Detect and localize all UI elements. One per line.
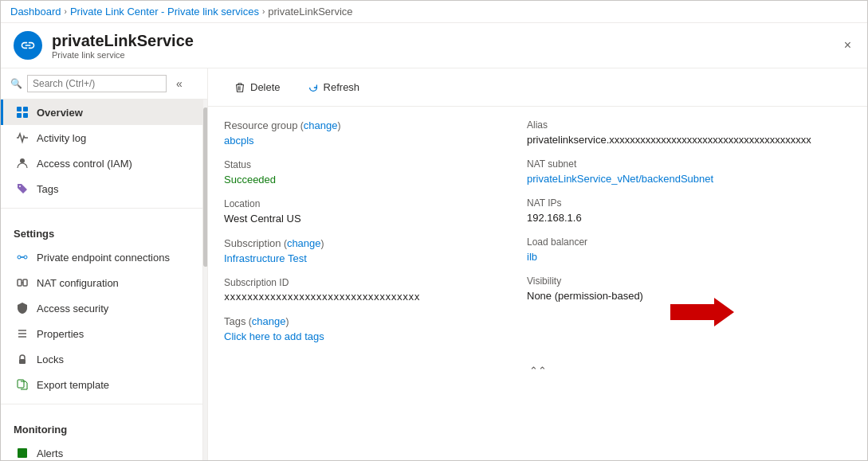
alerts-icon <box>16 447 29 459</box>
link-icon <box>20 37 36 53</box>
alias-value: privatelinkservice.xxxxxxxxxxxxxxxxxxxxx… <box>527 134 851 146</box>
sidebar-items: Overview Activity log <box>1 100 202 460</box>
svg-rect-9 <box>23 279 27 286</box>
page-title: privateLinkService <box>52 32 194 50</box>
sidebar-item-tags-label: Tags <box>37 183 58 195</box>
sidebar-divider-2 <box>1 404 202 404</box>
sidebar-search-container: 🔍 « <box>1 68 207 100</box>
sidebar: 🔍 « Overview <box>1 68 208 460</box>
refresh-label: Refresh <box>324 81 360 93</box>
tags-label-text: Tags <box>224 315 245 327</box>
sidebar-item-properties-label: Properties <box>37 328 84 340</box>
properties-icon <box>16 327 29 340</box>
chevron-up-icon: ⌃⌃ <box>529 365 547 377</box>
sidebar-item-properties[interactable]: Properties <box>1 321 202 346</box>
delete-icon <box>234 82 245 93</box>
nat-subnet-field: NAT subnet privateLinkService_vNet/backe… <box>527 158 851 185</box>
service-icon <box>14 31 42 60</box>
content-area: Delete Refresh Resource group <box>208 68 867 460</box>
settings-section-title: Settings <box>1 215 202 244</box>
status-field: Status Succeeded <box>224 159 527 186</box>
monitoring-section-title: Monitoring <box>1 411 202 440</box>
refresh-button[interactable]: Refresh <box>297 76 371 98</box>
tags-change-link[interactable]: change <box>252 315 286 327</box>
sidebar-item-security-label: Access security <box>37 303 108 314</box>
location-label: Location <box>224 198 527 209</box>
load-balancer-value[interactable]: ilb <box>527 251 851 263</box>
sidebar-item-template-label: Export template <box>37 379 109 391</box>
toolbar: Delete Refresh <box>208 68 867 107</box>
header-left: privateLinkService Private link service <box>14 31 194 60</box>
overview-left-col: Resource group (change) abcpls Status Su… <box>224 119 527 355</box>
sidebar-item-alerts[interactable]: Alerts <box>1 440 202 460</box>
iam-icon <box>16 157 29 170</box>
subscription-field: Subscription (change) Infrastructure Tes… <box>224 237 527 264</box>
load-balancer-label: Load balancer <box>527 236 851 248</box>
tags-icon <box>16 182 29 195</box>
breadcrumb-chevron-2: › <box>262 7 265 16</box>
close-button[interactable]: × <box>841 35 854 56</box>
status-value: Succeeded <box>224 174 527 186</box>
nat-ips-label: NAT IPs <box>527 197 851 209</box>
breadcrumb-dashboard[interactable]: Dashboard <box>10 6 61 18</box>
location-field: Location West Central US <box>224 198 527 225</box>
svg-point-5 <box>18 256 21 259</box>
svg-point-6 <box>24 256 27 259</box>
sidebar-item-access-security[interactable]: Access security <box>1 295 202 321</box>
sidebar-item-export-template[interactable]: Export template <box>1 372 202 397</box>
breadcrumb-private-link[interactable]: Private Link Center - Private link servi… <box>70 6 259 18</box>
sidebar-scrollbar-track <box>202 100 207 460</box>
overview-panel: Resource group (change) abcpls Status Su… <box>208 107 867 390</box>
load-balancer-field: Load balancer ilb <box>527 236 851 263</box>
sidebar-item-locks[interactable]: Locks <box>1 346 202 372</box>
main-layout: 🔍 « Overview <box>1 68 867 460</box>
sidebar-item-locks-label: Locks <box>37 354 64 365</box>
svg-rect-2 <box>17 113 22 118</box>
svg-marker-16 <box>670 298 734 326</box>
sub-label-text: Subscription <box>224 237 281 249</box>
svg-rect-0 <box>17 107 22 111</box>
overview-grid: Resource group (change) abcpls Status Su… <box>224 119 851 355</box>
svg-point-4 <box>20 158 25 163</box>
resource-group-value[interactable]: abcpls <box>224 135 527 147</box>
header-title-group: privateLinkService Private link service <box>52 32 194 60</box>
tags-field: Tags (change) Click here to add tags <box>224 315 527 342</box>
sidebar-item-endpoints-label: Private endpoint connections <box>37 252 170 264</box>
breadcrumb-chevron-1: › <box>65 7 67 16</box>
sidebar-item-iam[interactable]: Access control (IAM) <box>1 150 202 176</box>
nat-ips-field: NAT IPs 192.168.1.6 <box>527 197 851 224</box>
nat-ips-value: 192.168.1.6 <box>527 212 851 224</box>
resource-group-change-link[interactable]: change <box>304 119 338 131</box>
tags-add-link[interactable]: Click here to add tags <box>224 330 527 342</box>
subscription-change-link[interactable]: change <box>287 237 321 249</box>
sidebar-item-overview[interactable]: Overview <box>1 100 202 125</box>
nat-subnet-value[interactable]: privateLinkService_vNet/backendSubnet <box>527 173 851 185</box>
sidebar-divider-1 <box>1 208 202 209</box>
collapse-button[interactable]: « <box>171 76 187 92</box>
sidebar-item-activity-log[interactable]: Activity log <box>1 125 202 150</box>
subscription-label: Subscription (change) <box>224 237 527 249</box>
search-input[interactable] <box>27 75 167 92</box>
delete-button[interactable]: Delete <box>224 76 291 98</box>
collapse-up-button[interactable]: ⌃⌃ <box>224 363 851 377</box>
svg-rect-13 <box>19 359 26 364</box>
endpoint-icon <box>16 251 29 264</box>
subscription-id-value: xxxxxxxxxxxxxxxxxxxxxxxxxxxxxxxxxx <box>224 291 527 303</box>
tags-label: Tags (change) <box>224 315 527 327</box>
sidebar-item-nat[interactable]: NAT configuration <box>1 270 202 295</box>
search-icon: 🔍 <box>10 78 22 89</box>
sidebar-item-tags[interactable]: Tags <box>1 176 202 201</box>
svg-rect-8 <box>18 279 22 286</box>
activity-icon <box>16 131 29 144</box>
sidebar-scroll-wrapper: Overview Activity log <box>1 100 207 460</box>
resource-group-label: Resource group (change) <box>224 119 527 131</box>
arrow-indicator <box>670 298 734 329</box>
sidebar-item-private-endpoints[interactable]: Private endpoint connections <box>1 244 202 270</box>
rg-label-text: Resource group <box>224 119 298 131</box>
delete-label: Delete <box>250 81 281 93</box>
subscription-value[interactable]: Infrastructure Test <box>224 252 527 264</box>
sidebar-item-overview-label: Overview <box>37 107 83 119</box>
nat-subnet-label: NAT subnet <box>527 158 851 170</box>
location-value: West Central US <box>224 213 527 225</box>
breadcrumb: Dashboard › Private Link Center - Privat… <box>1 1 867 23</box>
